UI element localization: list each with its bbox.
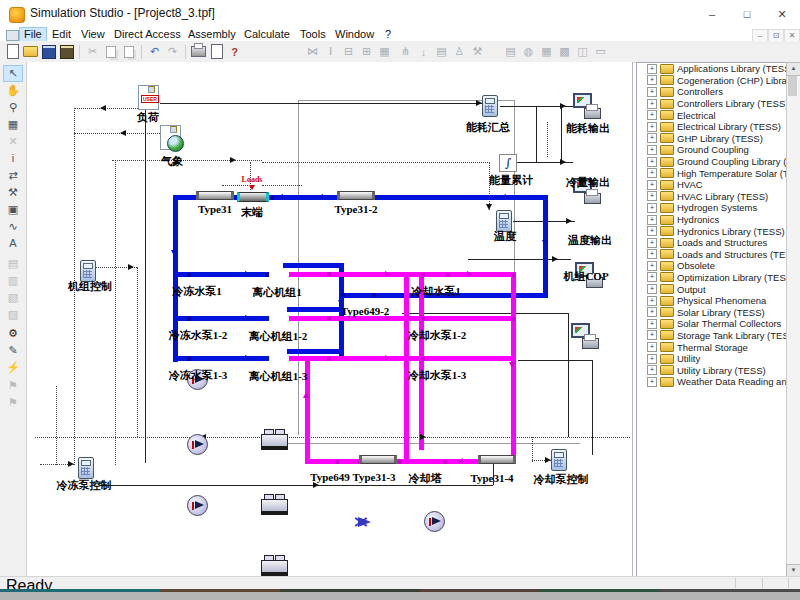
- expand-icon[interactable]: +: [647, 226, 657, 236]
- menu-help[interactable]: ?: [381, 28, 395, 41]
- menu-edit[interactable]: Edit: [48, 28, 75, 41]
- tree-item[interactable]: +Output: [637, 283, 787, 295]
- layout-tool-3[interactable]: ▤: [434, 44, 449, 59]
- unit-cop-icon[interactable]: [571, 323, 599, 349]
- layout-tool-5[interactable]: ⚒: [470, 44, 485, 59]
- expand-icon[interactable]: +: [647, 87, 657, 97]
- undo-button[interactable]: ↶: [147, 44, 162, 59]
- draw-tool[interactable]: ✎: [4, 343, 22, 358]
- save-all-button[interactable]: [59, 44, 74, 59]
- scroll-thumb[interactable]: [788, 76, 797, 96]
- align-tool-5[interactable]: ▦: [377, 44, 392, 59]
- image-tool[interactable]: ▦: [4, 117, 22, 132]
- expand-icon[interactable]: +: [647, 377, 657, 387]
- tree-item[interactable]: +Hydronics Library (TESS): [637, 225, 787, 237]
- tree-item[interactable]: +Loads and Structures (TESS): [637, 249, 787, 261]
- layout-tool-1[interactable]: ⋔: [398, 44, 413, 59]
- tree-item[interactable]: +Utility: [637, 353, 787, 365]
- tree-item[interactable]: +Electrical: [637, 109, 787, 121]
- expand-icon[interactable]: +: [647, 365, 657, 375]
- close-button[interactable]: ✕: [765, 0, 799, 28]
- tree-item[interactable]: +Loads and Structures: [637, 237, 787, 249]
- layout-tool-4[interactable]: ♙: [452, 44, 467, 59]
- pipe-type31-4-icon[interactable]: [478, 455, 516, 464]
- tree-item[interactable]: +Hydrogen Systems: [637, 202, 787, 214]
- menu-tools[interactable]: Tools: [296, 28, 330, 41]
- expand-icon[interactable]: +: [647, 75, 657, 85]
- run-tool[interactable]: ⚡: [4, 360, 22, 375]
- flag-tool-2[interactable]: ⚑: [4, 395, 22, 410]
- menu-view[interactable]: View: [77, 28, 109, 41]
- expand-icon[interactable]: +: [647, 191, 657, 201]
- pipe-type31-2-icon[interactable]: [337, 191, 375, 200]
- print-preview-button[interactable]: [209, 44, 224, 59]
- window-tool-3[interactable]: ▧: [4, 290, 22, 305]
- menu-file[interactable]: File: [20, 28, 46, 41]
- tree-item[interactable]: +Weather Data Reading and Process: [637, 376, 787, 388]
- copy-button[interactable]: [103, 44, 118, 59]
- menu-direct-access[interactable]: Direct Access: [110, 28, 185, 41]
- menu-window[interactable]: Window: [331, 28, 378, 41]
- tree-item[interactable]: +HVAC: [637, 179, 787, 191]
- view-tool-4[interactable]: ▩: [557, 44, 572, 59]
- save-button[interactable]: [41, 44, 56, 59]
- expand-icon[interactable]: +: [647, 284, 657, 294]
- load-reader-icon[interactable]: USER: [138, 85, 159, 110]
- minimize-button[interactable]: –: [695, 0, 729, 28]
- layout-tool-2[interactable]: ↓: [416, 44, 431, 59]
- weather-icon[interactable]: [160, 125, 181, 150]
- select-tool[interactable]: ↖: [4, 66, 22, 81]
- expand-icon[interactable]: +: [647, 110, 657, 120]
- child-window-icon[interactable]: [6, 30, 19, 41]
- view-tool-2[interactable]: ◍: [521, 44, 536, 59]
- schematic-canvas[interactable]: USER 负荷 气象 Type31 Loads 末端 Type31-2 能耗汇总…: [27, 62, 633, 576]
- chw-pump-1-2-icon[interactable]: [187, 434, 208, 455]
- tree-item[interactable]: +Ground Coupling Library (TESS): [637, 156, 787, 168]
- tree-scrollbar[interactable]: [786, 62, 800, 576]
- plot-tool[interactable]: ∿: [4, 219, 22, 234]
- view-tool-3[interactable]: ▦: [539, 44, 554, 59]
- type649-2-icon[interactable]: [352, 514, 374, 530]
- chiller-1-icon[interactable]: [261, 429, 288, 450]
- tree-item[interactable]: +GHP Library (TESS): [637, 133, 787, 145]
- chiller-1-2-icon[interactable]: [261, 494, 288, 515]
- align-tool-3[interactable]: ⊟: [341, 44, 356, 59]
- pipe-type31-3-icon[interactable]: [359, 455, 397, 464]
- expand-icon[interactable]: +: [647, 354, 657, 364]
- text-tool[interactable]: A: [4, 236, 22, 251]
- tree-item[interactable]: +Applications Library (TESS): [637, 63, 787, 75]
- tree-item[interactable]: +Cogeneration (CHP) Library (TESS): [637, 75, 787, 87]
- tree-item[interactable]: +Solar Thermal Collectors: [637, 318, 787, 330]
- tree-item[interactable]: +Utility Library (TESS): [637, 364, 787, 376]
- settings-tool[interactable]: ⚙: [4, 326, 22, 341]
- expand-icon[interactable]: +: [647, 145, 657, 155]
- expand-icon[interactable]: +: [647, 133, 657, 143]
- menu-calculate[interactable]: Calculate: [240, 28, 294, 41]
- paste-button[interactable]: [121, 44, 136, 59]
- view-tool-6[interactable]: ▭: [593, 44, 608, 59]
- cut-button[interactable]: ✂: [85, 44, 100, 59]
- expand-icon[interactable]: +: [647, 157, 657, 167]
- menu-assembly[interactable]: Assembly: [184, 28, 240, 41]
- flag-tool-1[interactable]: ⚑: [4, 378, 22, 393]
- expand-icon[interactable]: +: [647, 180, 657, 190]
- tree-item[interactable]: +Hydronics: [637, 214, 787, 226]
- align-tool-4[interactable]: ⊞: [359, 44, 374, 59]
- expand-icon[interactable]: +: [647, 342, 657, 352]
- chiller-1-3-icon[interactable]: [261, 555, 288, 576]
- expand-icon[interactable]: +: [647, 330, 657, 340]
- expand-icon[interactable]: +: [647, 238, 657, 248]
- parameter-tool[interactable]: ⚒: [4, 185, 22, 200]
- pan-tool[interactable]: ✋: [4, 83, 22, 98]
- tree-item[interactable]: +Controllers: [637, 86, 787, 98]
- tree-item[interactable]: +Controllers Library (TESS): [637, 98, 787, 110]
- expand-icon[interactable]: +: [647, 168, 657, 178]
- terminal-unit-icon[interactable]: [237, 192, 269, 202]
- tree-item[interactable]: +Storage Tank Library (TESS): [637, 330, 787, 342]
- zoom-tool[interactable]: ⚲: [4, 100, 22, 115]
- tree-item[interactable]: +Thermal Storage: [637, 341, 787, 353]
- energy-output-icon[interactable]: [573, 93, 601, 119]
- stamp-tool[interactable]: ▣: [4, 202, 22, 217]
- view-tool-5[interactable]: ◫: [575, 44, 590, 59]
- expand-icon[interactable]: +: [647, 215, 657, 225]
